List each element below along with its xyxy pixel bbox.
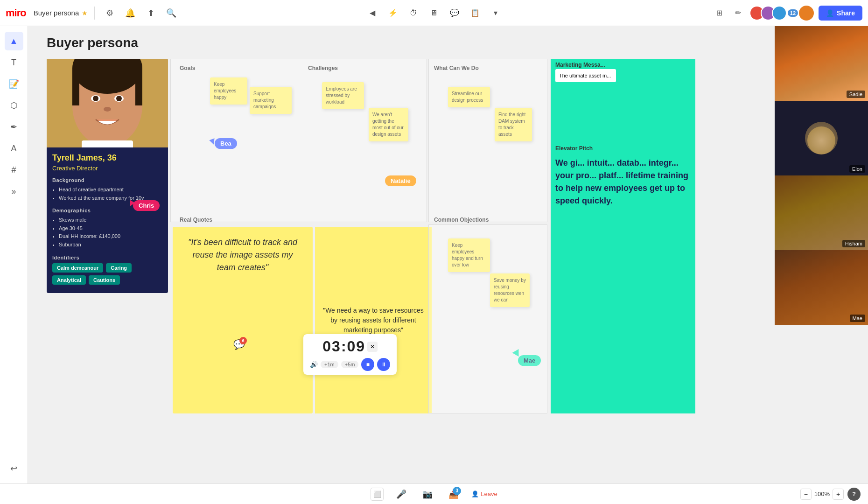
background-title: Background — [52, 177, 162, 183]
teal-area: Marketing Messa... The ultimate asset m.… — [551, 59, 695, 413]
frame-tool[interactable]: # — [5, 161, 23, 179]
filter-icon[interactable]: ⊞ — [712, 6, 727, 21]
tag-caring: Caring — [106, 263, 132, 273]
svg-point-8 — [116, 96, 122, 101]
divider — [94, 7, 95, 20]
demo-item-1: Skews male — [59, 216, 162, 224]
board-title: Buyer persona ★ — [34, 9, 88, 17]
background-item-1: Head of creative department — [59, 186, 162, 194]
identifiers-row-2: Analytical Cautions — [52, 275, 162, 285]
real-quotes-area: "It's been difficult to track and reuse … — [173, 227, 313, 413]
expand-tools[interactable]: » — [5, 182, 23, 201]
current-user-avatar — [798, 5, 815, 21]
connector-tool[interactable]: A — [5, 139, 23, 158]
demo-item-2: Age 30-45 — [59, 224, 162, 233]
identifiers-title: Identifiers — [52, 255, 162, 260]
avatar-count: 12 — [788, 9, 798, 17]
timer-display: 03:09 — [322, 338, 365, 355]
sticky-tool[interactable]: 📝 — [5, 75, 23, 93]
zoom-level: 100% — [814, 490, 830, 497]
demo-item-4: Suburban — [59, 241, 162, 249]
demographics-list: Skews male Age 30-45 Dual HH income: £14… — [52, 216, 162, 249]
background-list: Head of creative department Worked at th… — [52, 186, 162, 202]
video-cell-1: Sadie — [775, 26, 868, 101]
timer-pause-button[interactable]: ⏸ — [377, 358, 390, 371]
common-objections-area — [428, 224, 547, 413]
topbar: miro Buyer persona ★ ⚙ 🔔 ⬆ 🔍 ◀ ⚡ ⏱ 🖥 💬 📋… — [0, 0, 868, 26]
chat-button[interactable]: 💬 6 — [233, 339, 245, 350]
layout-toggle-button[interactable]: ⬜ — [371, 488, 384, 501]
prev-icon[interactable]: ◀ — [364, 5, 381, 21]
timer-icon[interactable]: ⏱ — [405, 5, 422, 21]
lightning-icon[interactable]: ⚡ — [385, 5, 401, 21]
elevator-pitch-text: We gi... intuit... datab... integr... yo… — [555, 157, 691, 207]
undo-tool[interactable]: ↩ — [5, 459, 23, 478]
zoom-in-button[interactable]: + — [833, 489, 844, 500]
marketing-message-note: The ultimate asset m... — [555, 69, 616, 82]
notifications-icon[interactable]: 🔔 — [122, 5, 139, 21]
camera-icon[interactable]: 📷 — [419, 486, 436, 503]
video-cell-4: Mae — [775, 250, 868, 325]
svg-rect-3 — [72, 68, 79, 105]
screen-icon[interactable]: 🖥 — [426, 5, 442, 21]
elevator-pitch-area: We gi... intuit... datab... integr... yo… — [555, 157, 691, 409]
chat-icon[interactable]: 💬 — [446, 5, 463, 21]
zoom-control: − 100% + — [800, 489, 844, 500]
microphone-icon[interactable]: 🎤 — [393, 486, 410, 503]
shape-tool[interactable]: ⬡ — [5, 96, 23, 115]
zoom-out-button[interactable]: − — [800, 489, 812, 500]
timer-dismiss-button[interactable]: ✕ — [367, 342, 378, 352]
select-tool[interactable]: ▲ — [5, 32, 23, 50]
bottom-bar: ⬜ 🎤 📷 📤 3 👤 Leave − 100% + ? — [0, 483, 868, 504]
demo-item-3: Dual HH income: £140,000 — [59, 232, 162, 241]
share-button[interactable]: 👤 Share — [819, 6, 862, 21]
topbar-center-tools: ◀ ⚡ ⏱ 🖥 💬 📋 ▾ — [364, 5, 504, 21]
share-icon: 👤 — [826, 9, 834, 17]
persona-card: Tyrell James, 36 Creative Director Backg… — [47, 59, 168, 293]
timer-plus5-button[interactable]: +5m — [341, 361, 359, 368]
upload-icon[interactable]: ⬆ — [142, 5, 159, 21]
leave-button[interactable]: 👤 Leave — [471, 490, 497, 497]
persona-role: Creative Director — [52, 165, 162, 172]
user-badge: 3 — [453, 487, 461, 495]
marketing-messages-label: Marketing Messa... — [555, 62, 700, 68]
avatar-group: 12 — [749, 6, 798, 21]
timer-sound-icon[interactable]: 🔊 — [310, 361, 318, 368]
notes-icon[interactable]: 📋 — [467, 5, 483, 21]
video-name-3: Hisham — [842, 240, 865, 247]
text-tool[interactable]: T — [5, 53, 23, 72]
pen-tool[interactable]: ✒ — [5, 118, 23, 136]
settings-icon[interactable]: ⚙ — [101, 5, 118, 21]
help-button[interactable]: ? — [847, 488, 861, 501]
svg-point-6 — [93, 96, 98, 101]
video-panel: Sadie Elon Hisham Mae — [775, 26, 868, 325]
timer-plus1-button[interactable]: +1m — [321, 361, 338, 368]
svg-rect-4 — [135, 68, 142, 105]
miro-logo: miro — [6, 7, 26, 19]
more-icon[interactable]: ▾ — [487, 5, 504, 21]
timer-stop-button[interactable]: ■ — [361, 358, 374, 371]
share-screen-icon[interactable]: 📤 3 — [445, 486, 462, 503]
search-icon[interactable]: 🔍 — [163, 5, 180, 21]
what-we-do-area — [428, 59, 547, 222]
svg-rect-10 — [82, 140, 133, 147]
elevator-pitch-label: Elevator Pitch — [555, 145, 593, 152]
tag-calm: Calm demeanour — [52, 263, 103, 273]
video-name-1: Sadie — [847, 91, 865, 98]
goals-challenges-area — [170, 59, 427, 222]
persona-info: Tyrell James, 36 Creative Director Backg… — [47, 147, 168, 293]
video-name-2: Elon — [849, 165, 865, 173]
page-title: Buyer persona — [47, 35, 138, 50]
persona-photo — [47, 59, 168, 147]
chat-badge: 6 — [239, 337, 247, 344]
svg-point-9 — [104, 107, 111, 112]
pen-icon[interactable]: ✏ — [731, 6, 746, 21]
persona-name: Tyrell James, 36 — [52, 153, 162, 163]
favorite-star[interactable]: ★ — [82, 9, 88, 17]
second-quote-area: "We need a way to save resources by reus… — [315, 227, 432, 413]
chris-cursor-label: Chris — [133, 200, 160, 211]
timer-widget[interactable]: 03:09 ✕ 🔊 +1m +5m ■ ⏸ — [303, 334, 397, 375]
identifiers-row-1: Calm demeanour Caring — [52, 263, 162, 273]
bottom-right-controls: − 100% + ? — [800, 488, 861, 501]
topbar-right: ⊞ ✏ 12 👤 Share — [712, 5, 862, 21]
